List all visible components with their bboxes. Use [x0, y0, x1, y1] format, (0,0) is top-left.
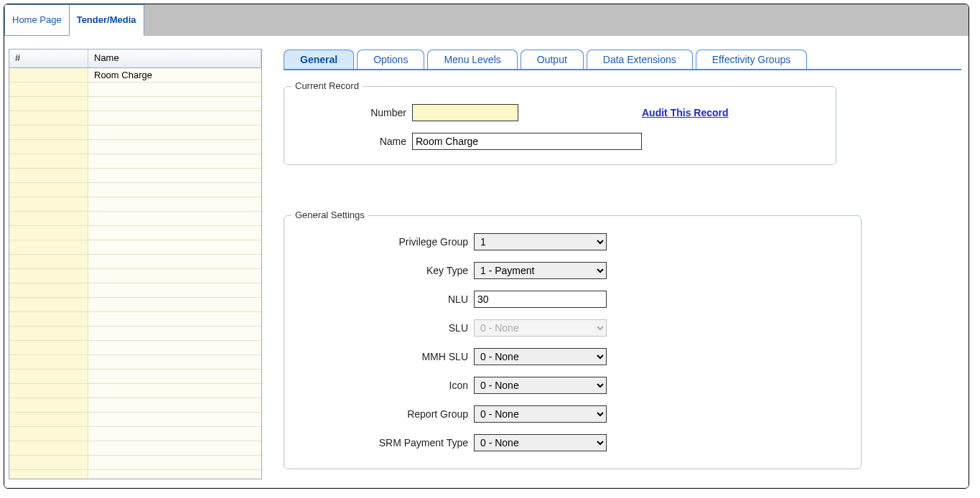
grid-col-name[interactable]: Name — [88, 50, 261, 67]
grid-body[interactable]: Room Charge — [9, 68, 261, 479]
table-row[interactable] — [9, 140, 261, 154]
privilege-group-select[interactable]: 1 — [474, 233, 607, 250]
tab-home-page[interactable]: Home Page — [4, 4, 69, 36]
tab-tender-media[interactable]: Tender/Media — [69, 4, 144, 36]
report-group-label: Report Group — [297, 408, 474, 420]
grid-cell-name: Room Charge — [88, 68, 261, 82]
number-input[interactable] — [412, 104, 518, 121]
tab-options[interactable]: Options — [357, 50, 424, 69]
key-type-select[interactable]: 1 - Payment — [474, 262, 607, 279]
srm-payment-type-select[interactable]: 0 - None — [474, 434, 607, 451]
record-grid: # Name Room Charge — [9, 49, 262, 479]
table-row[interactable] — [9, 283, 261, 298]
table-row[interactable] — [9, 226, 261, 240]
number-label: Number — [297, 107, 412, 118]
table-row[interactable] — [9, 255, 261, 269]
table-row[interactable] — [9, 169, 261, 183]
table-row[interactable] — [9, 398, 261, 413]
table-row[interactable] — [9, 111, 261, 126]
current-record-fieldset: Current Record Number Audit This Record … — [284, 86, 836, 165]
table-row[interactable] — [9, 326, 261, 341]
table-row[interactable]: Room Charge — [9, 68, 261, 83]
table-row[interactable] — [9, 298, 261, 312]
icon-select[interactable]: 0 - None — [474, 377, 607, 394]
table-row[interactable] — [9, 384, 261, 398]
slu-select: 0 - None — [474, 319, 607, 337]
table-row[interactable] — [9, 441, 261, 456]
main-area: # Name Room Charge — [4, 36, 969, 488]
table-row[interactable] — [9, 197, 261, 212]
left-panel: # Name Room Charge — [4, 36, 266, 488]
tab-output[interactable]: Output — [521, 50, 584, 69]
table-row[interactable] — [9, 470, 261, 479]
table-row[interactable] — [9, 355, 261, 370]
app-window: Home Page Tender/Media # Name Room Charg… — [4, 4, 969, 489]
table-row[interactable] — [9, 269, 261, 283]
name-label: Name — [297, 136, 412, 147]
nlu-label: NLU — [297, 293, 474, 305]
table-row[interactable] — [9, 83, 261, 97]
tab-effectivity-groups[interactable]: Effectivity Groups — [696, 50, 807, 69]
table-row[interactable] — [9, 427, 261, 441]
tab-data-extensions[interactable]: Data Extensions — [587, 50, 693, 69]
table-row[interactable] — [9, 97, 261, 111]
mmh-slu-label: MMH SLU — [297, 351, 474, 362]
right-panel: General Options Menu Levels Output Data … — [266, 36, 969, 488]
table-row[interactable] — [9, 370, 261, 384]
privilege-group-label: Privilege Group — [297, 236, 474, 248]
current-record-legend: Current Record — [291, 80, 363, 91]
table-row[interactable] — [9, 183, 261, 197]
grid-header: # Name — [9, 50, 261, 68]
table-row[interactable] — [9, 456, 261, 470]
audit-this-record-link[interactable]: Audit This Record — [642, 107, 729, 118]
icon-label: Icon — [297, 380, 474, 391]
table-row[interactable] — [9, 212, 261, 226]
grid-col-num[interactable]: # — [9, 50, 88, 67]
table-row[interactable] — [9, 154, 261, 169]
nlu-input[interactable] — [474, 291, 607, 308]
table-row[interactable] — [9, 341, 261, 355]
table-row[interactable] — [9, 312, 261, 326]
general-settings-fieldset: General Settings Privilege Group 1 Key T… — [284, 215, 862, 469]
tab-general[interactable]: General — [284, 50, 354, 69]
name-input[interactable] — [412, 133, 642, 150]
table-row[interactable] — [9, 240, 261, 255]
table-row[interactable] — [9, 413, 261, 427]
key-type-label: Key Type — [297, 265, 474, 276]
tab-menu-levels[interactable]: Menu Levels — [427, 50, 517, 69]
slu-label: SLU — [297, 322, 474, 334]
content-tabs: General Options Menu Levels Output Data … — [284, 49, 961, 70]
mmh-slu-select[interactable]: 0 - None — [474, 348, 607, 365]
top-tab-bar: Home Page Tender/Media — [4, 4, 969, 36]
report-group-select[interactable]: 0 - None — [474, 405, 607, 423]
grid-cell-num — [9, 68, 88, 82]
general-settings-legend: General Settings — [291, 210, 368, 220]
srm-payment-type-label: SRM Payment Type — [297, 437, 474, 448]
table-row[interactable] — [9, 126, 261, 140]
